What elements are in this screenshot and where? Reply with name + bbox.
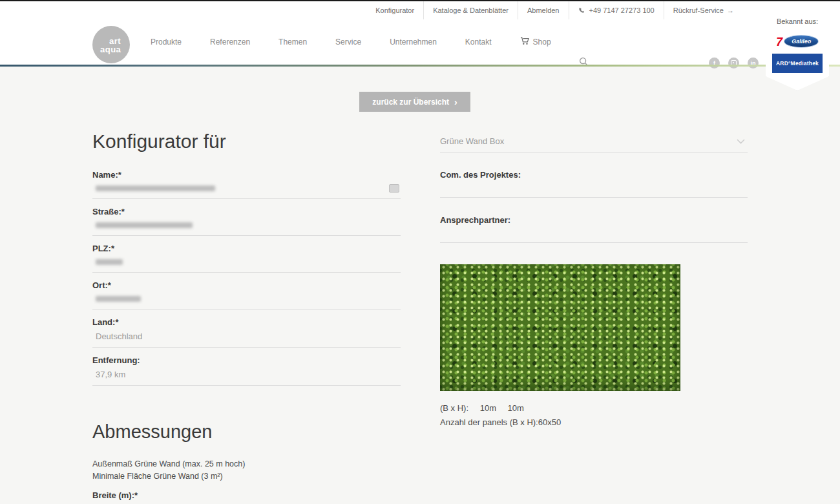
ort-label: Ort:* — [92, 280, 401, 290]
field-name: Name:* — [92, 170, 401, 199]
chevron-right-icon: › — [454, 98, 457, 107]
product-select-value: Grüne Wand Box — [440, 136, 504, 146]
galileo-logo: 7 Galileo — [776, 35, 819, 48]
name-label: Name:* — [92, 170, 401, 180]
field-entfernung: Entfernung: 37,9 km — [92, 355, 401, 386]
topbar-link-kataloge[interactable]: Kataloge & Datenblätter — [424, 1, 518, 19]
ort-input[interactable] — [92, 290, 401, 310]
configurator-form: Konfigurator für Name:* Straße:* PLZ:* O… — [92, 131, 401, 394]
strasse-input[interactable] — [92, 216, 401, 236]
ort-redacted-value — [96, 296, 141, 302]
nav-menu: Produkte Referenzen Themen Service Unter… — [151, 19, 580, 65]
field-ansprechpartner: Ansprechpartner: — [440, 215, 748, 243]
plz-redacted-value — [96, 259, 123, 265]
name-input[interactable] — [92, 180, 401, 199]
main-nav: art aqua Produkte Referenzen Themen Serv… — [0, 19, 840, 65]
entfernung-input[interactable]: 37,9 km — [92, 365, 401, 386]
land-input[interactable]: Deutschland — [92, 327, 401, 348]
nav-item-kontakt[interactable]: Kontakt — [465, 37, 492, 47]
bh-dimensions-line: (B x H): 10m 10m — [440, 403, 748, 413]
galileo-badge: Galileo — [784, 35, 819, 48]
artaqua-logo[interactable]: art aqua — [92, 26, 130, 63]
abmessungen-note-2: Minimale Fläche Grüne Wand (3 m²) — [92, 470, 401, 483]
nav-item-referenzen[interactable]: Referenzen — [210, 37, 250, 47]
cart-icon — [520, 37, 529, 47]
plz-label: PLZ:* — [92, 244, 401, 253]
nav-item-produkte[interactable]: Produkte — [151, 37, 182, 47]
nav-item-unternehmen[interactable]: Unternehmen — [390, 37, 437, 47]
abmessungen-title: Abmessungen — [92, 421, 401, 443]
entfernung-label: Entfernung: — [92, 355, 401, 365]
bh-width-value: 10m — [480, 403, 496, 413]
entfernung-value: 37,9 km — [96, 370, 125, 379]
field-plz: PLZ:* — [92, 244, 401, 273]
strasse-label: Straße:* — [92, 207, 401, 216]
green-wall-preview-image — [440, 264, 680, 391]
phone-icon — [578, 7, 585, 14]
projekt-com-label: Com. des Projektes: — [440, 170, 748, 180]
bekannt-aus-ribbon: Bekannt aus: 7 Galileo ARD°Mediathek — [766, 1, 829, 90]
breite-label: Breite (m):* — [92, 490, 401, 500]
ansprechpartner-label: Ansprechpartner: — [440, 215, 748, 225]
prosieben-icon: 7 — [775, 36, 784, 48]
product-select[interactable]: Grüne Wand Box — [440, 134, 748, 152]
nav-item-service[interactable]: Service — [335, 37, 361, 47]
topbar-callback-link[interactable]: Rückruf-Service → — [664, 1, 743, 19]
ard-mediathek-logo: ARD°Mediathek — [772, 54, 823, 73]
panels-count-line: Anzahl der panels (B x H):60x50 — [440, 417, 748, 427]
name-redacted-value — [96, 185, 215, 191]
facebook-icon[interactable]: f — [709, 58, 720, 68]
plz-input[interactable] — [92, 253, 401, 273]
abmessungen-note-1: Außenmaß Grüne Wand (max. 25 m hoch) — [92, 458, 401, 470]
autofill-icon[interactable] — [389, 184, 399, 193]
dimensions-summary: (B x H): 10m 10m Anzahl der panels (B x … — [440, 403, 748, 427]
abmessungen-section: Abmessungen Außenmaß Grüne Wand (max. 25… — [92, 421, 401, 504]
accent-gradient-divider — [0, 65, 840, 67]
land-value: Deutschland — [96, 331, 142, 341]
land-label: Land:* — [92, 317, 401, 327]
topbar-link-konfigurator[interactable]: Konfigurator — [366, 1, 424, 19]
project-column: Grüne Wand Box Com. des Projektes: Anspr… — [440, 134, 748, 427]
abmessungen-notes: Außenmaß Grüne Wand (max. 25 m hoch) Min… — [92, 458, 401, 483]
page: Konfigurator Kataloge & Datenblätter Abm… — [0, 0, 840, 504]
instagram-icon[interactable] — [728, 58, 739, 68]
ansprechpartner-input[interactable] — [440, 225, 748, 243]
back-button-label: zurück zur Übersicht — [372, 98, 449, 107]
social-links: f in — [700, 58, 759, 68]
back-to-overview-button[interactable]: zurück zur Übersicht › — [359, 92, 470, 112]
field-land: Land:* Deutschland — [92, 317, 401, 348]
nav-item-shop[interactable]: Shop — [520, 37, 551, 47]
chevron-down-icon — [737, 136, 745, 146]
topbar-phone-number: +49 7147 27273 100 — [589, 6, 655, 14]
field-strasse: Straße:* — [92, 207, 401, 236]
bh-label: (B x H): — [440, 403, 468, 413]
nav-item-themen[interactable]: Themen — [278, 37, 307, 47]
strasse-redacted-value — [96, 222, 193, 228]
field-projekt-com: Com. des Projektes: — [440, 170, 748, 198]
projekt-com-input[interactable] — [440, 180, 748, 198]
topbar-phone-link[interactable]: +49 7147 27273 100 — [569, 1, 664, 19]
topbar: Konfigurator Kataloge & Datenblätter Abm… — [0, 1, 840, 20]
page-title: Konfigurator für — [92, 131, 401, 152]
topbar-link-abmelden[interactable]: Abmelden — [518, 1, 569, 19]
topbar-callback-label: Rückruf-Service — [673, 6, 724, 14]
logo-text-aqua: aqua — [100, 45, 121, 54]
nav-shop-label: Shop — [533, 37, 551, 47]
bh-height-value: 10m — [508, 403, 524, 413]
field-ort: Ort:* — [92, 280, 401, 310]
linkedin-icon[interactable]: in — [748, 58, 759, 68]
search-icon[interactable] — [579, 57, 589, 69]
ribbon-title: Bekannt aus: — [777, 17, 818, 25]
arrow-right-icon: → — [727, 6, 734, 14]
